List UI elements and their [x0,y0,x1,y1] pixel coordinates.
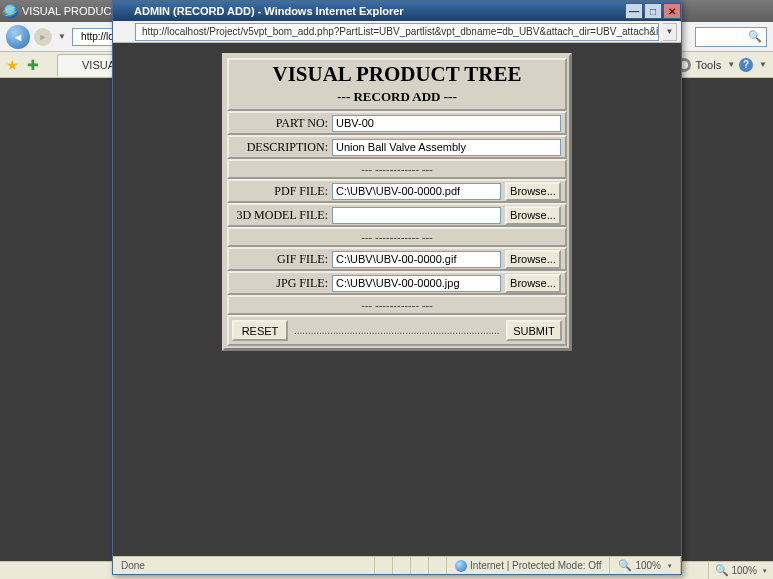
form-subheading: --- RECORD ADD --- [229,87,565,109]
popup-url-text: http://localhost/Project/v5vpt_bom_add.p… [142,26,659,37]
address-dropdown-icon[interactable]: ▼ [663,23,677,41]
status-done: Done [113,557,375,574]
popup-body: VISUAL PRODUCT TREE --- RECORD ADD --- P… [113,43,681,556]
row-part-no: PART NO: [227,111,567,135]
record-add-form: VISUAL PRODUCT TREE --- RECORD ADD --- P… [222,53,572,351]
tools-dropdown-icon[interactable]: ▼ [727,60,735,69]
minimize-button[interactable]: — [625,3,643,19]
background-zoom-value: 100% [731,565,757,576]
background-zoom-control[interactable]: 🔍 100% ▾ [708,562,773,579]
label-pdf-file: PDF FILE: [233,184,328,199]
input-model-file[interactable] [332,207,501,224]
status-empty [429,557,447,574]
ie-icon [117,5,130,18]
back-button-icon[interactable]: ◄ [6,25,30,49]
browse-jpg-button[interactable]: Browse... [505,274,561,293]
nav-history-dropdown[interactable]: ▼ [58,32,66,41]
separator: --- ------------ --- [227,295,567,315]
tools-menu-label[interactable]: Tools [695,59,721,71]
input-part-no[interactable] [332,115,561,132]
status-zone: Internet | Protected Mode: Off [447,557,610,574]
row-pdf-file: PDF FILE: Browse... [227,179,567,203]
browse-model-button[interactable]: Browse... [505,206,561,225]
status-empty [393,557,411,574]
magnifier-icon: 🔍 [618,559,632,572]
help-icon[interactable]: ? [739,58,753,72]
submit-button[interactable]: SUBMIT [506,320,562,341]
status-empty [411,557,429,574]
ie-icon [117,25,131,39]
close-button[interactable]: ✕ [663,3,681,19]
input-description[interactable] [332,139,561,156]
label-gif-file: GIF FILE: [233,252,328,267]
row-buttons: RESET ..................................… [227,315,567,346]
ie-icon [66,59,78,71]
dots-filler: ........................................… [294,325,500,336]
forward-button-icon: ► [34,28,52,46]
form-heading-box: VISUAL PRODUCT TREE --- RECORD ADD --- [227,58,567,111]
popup-address-bar: http://localhost/Project/v5vpt_bom_add.p… [113,21,681,43]
status-empty [375,557,393,574]
zoom-dropdown-icon[interactable]: ▾ [668,562,672,570]
zoom-dropdown-icon[interactable]: ▾ [763,567,767,575]
maximize-button[interactable]: □ [644,3,662,19]
globe-icon [455,560,467,572]
popup-title-text: ADMIN (RECORD ADD) - Windows Internet Ex… [134,5,404,17]
help-dropdown-icon[interactable]: ▼ [759,60,767,69]
input-gif-file[interactable] [332,251,501,268]
row-jpg-file: JPG FILE: Browse... [227,271,567,295]
input-pdf-file[interactable] [332,183,501,200]
label-jpg-file: JPG FILE: [233,276,328,291]
separator: --- ------------ --- [227,227,567,247]
nav-back-forward[interactable]: ◄ ► ▼ [6,25,66,49]
label-description: DESCRIPTION: [233,140,328,155]
search-icon[interactable]: 🔍 [744,30,766,43]
label-part-no: PART NO: [233,116,328,131]
search-box[interactable]: 🔍 [695,27,767,47]
popup-url-box[interactable]: http://localhost/Project/v5vpt_bom_add.p… [135,23,659,41]
magnifier-icon: 🔍 [715,564,729,577]
popup-ie-window: ADMIN (RECORD ADD) - Windows Internet Ex… [112,0,682,575]
popup-statusbar: Done Internet | Protected Mode: Off 🔍 10… [113,556,681,574]
popup-zoom-control[interactable]: 🔍 100% ▾ [610,557,681,574]
separator: --- ------------ --- [227,159,567,179]
row-model-file: 3D MODEL FILE: Browse... [227,203,567,227]
ie-icon [4,4,18,18]
input-jpg-file[interactable] [332,275,501,292]
browse-gif-button[interactable]: Browse... [505,250,561,269]
popup-zoom-value: 100% [635,560,661,571]
status-zone-text: Internet | Protected Mode: Off [470,560,601,571]
status-done-text: Done [121,560,145,571]
favorites-icon[interactable]: ★ [6,57,19,73]
add-favorite-icon[interactable]: ✚ [27,57,39,73]
popup-titlebar[interactable]: ADMIN (RECORD ADD) - Windows Internet Ex… [113,1,681,21]
row-gif-file: GIF FILE: Browse... [227,247,567,271]
browse-pdf-button[interactable]: Browse... [505,182,561,201]
label-model-file: 3D MODEL FILE: [233,208,328,223]
row-description: DESCRIPTION: [227,135,567,159]
form-heading: VISUAL PRODUCT TREE [229,62,565,87]
reset-button[interactable]: RESET [232,320,288,341]
ie-icon [75,31,79,42]
